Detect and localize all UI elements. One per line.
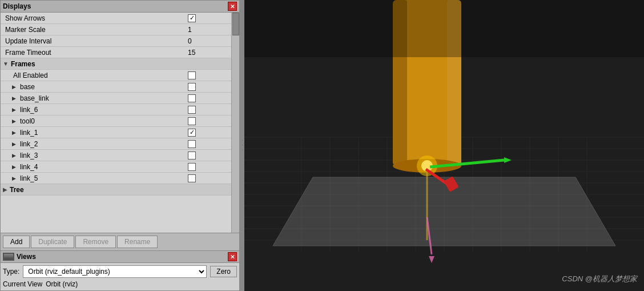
displays-title: Displays bbox=[3, 2, 228, 10]
duplicate-button[interactable]: Duplicate bbox=[31, 236, 74, 248]
resize-dots: · · · bbox=[240, 139, 244, 152]
link6-checkbox[interactable] bbox=[188, 106, 196, 114]
show-arrows-checkbox[interactable]: ✓ bbox=[188, 14, 196, 22]
base-cb-cell bbox=[186, 83, 231, 91]
frame-timeout-label: Frame Timeout bbox=[5, 49, 186, 57]
link4-checkbox[interactable] bbox=[188, 163, 196, 171]
all-enabled-checkbox[interactable] bbox=[188, 71, 196, 79]
base-checkbox[interactable] bbox=[188, 83, 196, 91]
scrollbar-thumb[interactable] bbox=[232, 13, 239, 35]
link6-label: link_6 bbox=[19, 106, 186, 114]
link3-cb-cell bbox=[186, 152, 231, 160]
type-label: Type: bbox=[3, 268, 19, 276]
link3-row: ▶ link_3 bbox=[1, 150, 231, 161]
views-section: Views ✕ Type: Orbit (rviz_default_plugin… bbox=[0, 251, 240, 291]
frames-label: Frames bbox=[11, 60, 35, 68]
link5-expand-arrow[interactable]: ▶ bbox=[12, 176, 19, 181]
update-interval-label: Update Interval bbox=[5, 37, 186, 45]
3d-scene-svg bbox=[244, 0, 644, 291]
views-icon-inner bbox=[4, 254, 13, 260]
link1-cb-cell: ✓ bbox=[186, 129, 231, 137]
zero-button[interactable]: Zero bbox=[210, 266, 237, 277]
base-link-cb-cell bbox=[186, 94, 231, 102]
views-title: Views bbox=[17, 253, 228, 261]
base-expand-arrow[interactable]: ▶ bbox=[12, 84, 19, 90]
all-enabled-cb-cell bbox=[186, 71, 231, 79]
link4-label: link_4 bbox=[19, 163, 186, 171]
base-link-expand-arrow[interactable]: ▶ bbox=[12, 95, 19, 101]
base-link-checkbox[interactable] bbox=[188, 94, 196, 102]
bottom-buttons: Add Duplicate Remove Rename bbox=[1, 233, 239, 250]
current-view-value: Orbit (rviz) bbox=[46, 280, 78, 288]
marker-scale-value: 1 bbox=[186, 26, 231, 34]
all-enabled-row: All Enabled bbox=[1, 70, 231, 81]
link5-cb-cell bbox=[186, 174, 231, 182]
link5-row: ▶ link_5 bbox=[1, 173, 231, 184]
link6-expand-arrow[interactable]: ▶ bbox=[12, 107, 19, 113]
show-arrows-checkbox-cell: ✓ bbox=[186, 14, 231, 22]
link4-cb-cell bbox=[186, 163, 231, 171]
link2-expand-arrow[interactable]: ▶ bbox=[12, 141, 19, 147]
link5-label: link_5 bbox=[19, 174, 186, 182]
scrollbar-track[interactable] bbox=[231, 13, 239, 233]
svg-marker-22 bbox=[273, 177, 615, 246]
link2-label: link_2 bbox=[19, 140, 186, 148]
tree-collapse-arrow[interactable]: ▶ bbox=[3, 186, 7, 193]
link1-row: ▶ link_1 ✓ bbox=[1, 127, 231, 138]
link6-cb-cell bbox=[186, 106, 231, 114]
tool0-expand-arrow[interactable]: ▶ bbox=[12, 118, 19, 124]
link1-label: link_1 bbox=[19, 129, 186, 137]
type-row: Type: Orbit (rviz_default_plugins) Zero bbox=[3, 265, 237, 278]
link2-cb-cell bbox=[186, 140, 231, 148]
watermark: CSDN @机器人梦想家 bbox=[562, 274, 637, 284]
current-view-row: Current View Orbit (rviz) bbox=[3, 280, 237, 288]
remove-button[interactable]: Remove bbox=[75, 236, 116, 248]
base-label: base bbox=[19, 83, 186, 91]
tool0-row: ▶ tool0 bbox=[1, 115, 231, 127]
marker-scale-label: Marker Scale bbox=[5, 26, 186, 34]
displays-content: Show Arrows ✓ Marker Scale 1 Update Inte… bbox=[1, 13, 239, 233]
link1-checkbox[interactable]: ✓ bbox=[188, 129, 196, 137]
link2-checkbox[interactable] bbox=[188, 140, 196, 148]
base-link-label: base_link bbox=[19, 94, 186, 102]
link4-row: ▶ link_4 bbox=[1, 161, 231, 173]
link6-row: ▶ link_6 bbox=[1, 104, 231, 115]
frames-section-row: ▼ Frames bbox=[1, 58, 231, 70]
base-row: ▶ base bbox=[1, 81, 231, 93]
update-interval-row: Update Interval 0 bbox=[1, 35, 231, 47]
displays-header: Displays ✕ bbox=[1, 1, 239, 13]
svg-rect-37 bbox=[244, 0, 644, 57]
add-button[interactable]: Add bbox=[3, 236, 30, 248]
marker-scale-row: Marker Scale 1 bbox=[1, 24, 231, 35]
link4-expand-arrow[interactable]: ▶ bbox=[12, 164, 19, 170]
link2-row: ▶ link_2 bbox=[1, 138, 231, 150]
resize-handle[interactable]: · · · bbox=[240, 0, 244, 291]
views-close-button[interactable]: ✕ bbox=[228, 252, 237, 261]
displays-close-button[interactable]: ✕ bbox=[228, 2, 237, 11]
link1-expand-arrow[interactable]: ▶ bbox=[12, 130, 19, 135]
current-view-label: Current View bbox=[3, 280, 42, 288]
tool0-label: tool0 bbox=[19, 117, 186, 125]
update-interval-value: 0 bbox=[186, 37, 231, 45]
link3-expand-arrow[interactable]: ▶ bbox=[12, 153, 19, 158]
show-arrows-row: Show Arrows ✓ bbox=[1, 13, 231, 24]
all-enabled-label: All Enabled bbox=[12, 71, 186, 79]
frame-timeout-value: 15 bbox=[186, 49, 231, 57]
link5-checkbox[interactable] bbox=[188, 174, 196, 182]
type-select[interactable]: Orbit (rviz_default_plugins) bbox=[23, 265, 207, 278]
base-link-row: ▶ base_link bbox=[1, 93, 231, 104]
frame-timeout-row: Frame Timeout 15 bbox=[1, 47, 231, 58]
views-header: Views ✕ bbox=[1, 251, 239, 263]
tree-section-row: ▶ Tree bbox=[1, 184, 231, 196]
viewport[interactable]: CSDN @机器人梦想家 bbox=[244, 0, 644, 291]
link3-label: link_3 bbox=[19, 152, 186, 160]
rename-button[interactable]: Rename bbox=[117, 236, 158, 248]
show-arrows-label: Show Arrows bbox=[5, 14, 186, 22]
left-panel: Displays ✕ Show Arrows ✓ Marker Scale 1 bbox=[0, 0, 240, 291]
link3-checkbox[interactable] bbox=[188, 152, 196, 160]
frames-collapse-arrow[interactable]: ▼ bbox=[3, 61, 9, 67]
tool0-checkbox[interactable] bbox=[188, 117, 196, 125]
tool0-cb-cell bbox=[186, 117, 231, 125]
property-list: Show Arrows ✓ Marker Scale 1 Update Inte… bbox=[1, 13, 239, 196]
displays-section: Displays ✕ Show Arrows ✓ Marker Scale 1 bbox=[0, 0, 240, 251]
